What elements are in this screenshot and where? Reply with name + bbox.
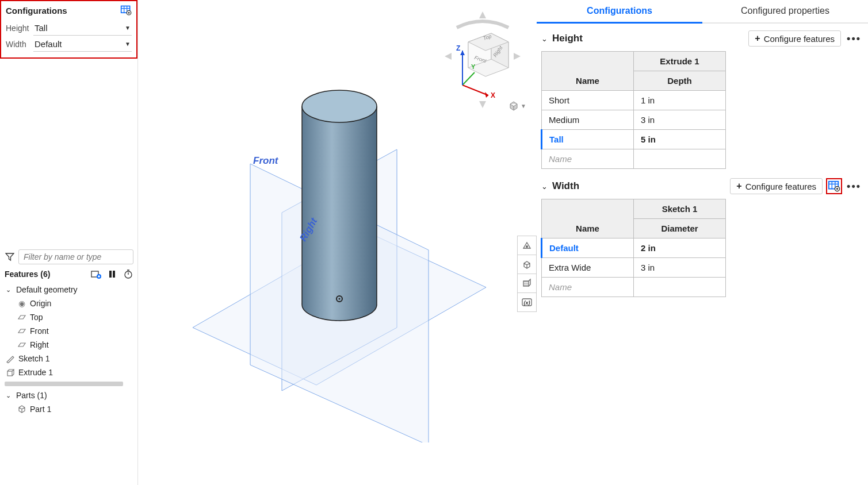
- feature-scroll-indicator[interactable]: [5, 382, 123, 386]
- col-sub-diameter: Diameter: [634, 219, 726, 238]
- svg-marker-23: [479, 101, 486, 108]
- col-sub-depth: Depth: [634, 71, 726, 91]
- configure-features-button[interactable]: + Configure features: [730, 178, 823, 194]
- tree-extrude1[interactable]: Extrude 1: [5, 365, 133, 379]
- height-config-dropdown[interactable]: Tall ▼: [33, 21, 132, 36]
- width-section-title: Width: [552, 180, 579, 192]
- features-panel: Features (6) ⌄ Default geometry ◉ Origin…: [0, 247, 138, 418]
- tree-part1[interactable]: Part 1: [5, 402, 133, 416]
- toolbar-appearance-icon[interactable]: [517, 236, 537, 255]
- svg-marker-39: [460, 51, 465, 55]
- viewport-right-toolbar: (x): [517, 236, 537, 311]
- feature-filter-input[interactable]: [18, 249, 133, 264]
- width-config-section: ⌄ Width + Configure features ••• Name Sk…: [537, 175, 868, 297]
- add-feature-icon[interactable]: [91, 269, 101, 279]
- svg-text:X: X: [491, 91, 495, 99]
- chevron-down-icon: ▼: [125, 25, 131, 31]
- tab-configured-properties[interactable]: Configured properties: [702, 0, 868, 22]
- width-config-table: Name Sketch 1 Diameter Default2 in Extra…: [541, 199, 726, 297]
- chevron-down-icon[interactable]: ⌄: [541, 182, 548, 191]
- chevron-down-icon[interactable]: ⌄: [541, 34, 548, 43]
- configurations-panel: Configurations Configured properties ⌄ H…: [537, 0, 868, 485]
- table-row-new[interactable]: Name: [542, 149, 726, 169]
- tab-configurations[interactable]: Configurations: [537, 0, 702, 24]
- svg-point-50: [836, 188, 838, 190]
- svg-line-36: [462, 72, 475, 85]
- table-row[interactable]: Medium3 in: [542, 110, 726, 130]
- sketch-icon: [6, 354, 15, 363]
- configuration-visibility-icon[interactable]: [120, 5, 132, 16]
- extrude-icon: [6, 368, 15, 377]
- svg-marker-22: [479, 11, 486, 18]
- toolbar-isometric-icon[interactable]: [517, 255, 537, 274]
- tree-front-plane[interactable]: Front: [5, 324, 133, 338]
- col-name: Name: [542, 199, 634, 238]
- chevron-down-icon: ▼: [125, 41, 131, 47]
- height-config-section: ⌄ Height + Configure features ••• Name E…: [537, 27, 868, 169]
- filter-icon[interactable]: [5, 252, 15, 261]
- left-panel: Configurations Height Tall ▼ Width Defau…: [0, 0, 138, 485]
- plane-icon: [17, 340, 26, 349]
- chevron-down-icon: ⌄: [6, 286, 13, 294]
- svg-text:Z: Z: [456, 44, 460, 52]
- svg-rect-16: [302, 106, 377, 305]
- features-header: Features (6): [5, 270, 50, 279]
- origin-icon: ◉: [17, 299, 26, 308]
- svg-point-41: [526, 245, 528, 248]
- tree-sketch1[interactable]: Sketch 1: [5, 352, 133, 365]
- view-cube[interactable]: Top Front Right X Y Z: [437, 10, 529, 108]
- width-config-label: Width: [6, 40, 33, 49]
- table-row[interactable]: Short1 in: [542, 91, 726, 110]
- configure-features-button[interactable]: + Configure features: [748, 30, 841, 47]
- svg-line-33: [462, 85, 488, 95]
- svg-text:(x): (x): [524, 300, 530, 306]
- col-group-sketch1: Sketch 1: [634, 199, 726, 219]
- tree-top-plane[interactable]: Top: [5, 310, 133, 324]
- configurations-inset-panel: Configurations Height Tall ▼ Width Defau…: [0, 0, 137, 59]
- svg-rect-11: [7, 371, 12, 376]
- toolbar-variable-icon[interactable]: (x): [517, 292, 537, 312]
- tree-default-geometry[interactable]: ⌄ Default geometry: [5, 283, 133, 297]
- svg-point-5: [128, 12, 130, 14]
- svg-text:Y: Y: [471, 63, 476, 70]
- height-config-table: Name Extrude 1 Depth Short1 in Medium3 i…: [541, 51, 726, 169]
- col-name: Name: [542, 52, 634, 91]
- tree-parts-header[interactable]: ⌄ Parts (1): [5, 388, 133, 402]
- stopwatch-icon[interactable]: [123, 269, 133, 279]
- height-config-label: Height: [6, 24, 33, 33]
- toolbar-section-icon[interactable]: [517, 274, 537, 293]
- tree-origin[interactable]: ◉ Origin: [5, 297, 133, 310]
- height-section-title: Height: [552, 33, 583, 44]
- display-style-dropdown[interactable]: ▼: [508, 100, 526, 111]
- svg-point-21: [339, 298, 341, 300]
- table-row-active[interactable]: Default2 in: [542, 238, 726, 258]
- svg-rect-9: [113, 271, 115, 278]
- front-plane-label: Front: [253, 155, 278, 167]
- more-menu-icon[interactable]: •••: [844, 180, 863, 193]
- col-group-extrude1: Extrude 1: [634, 52, 726, 71]
- more-menu-icon[interactable]: •••: [844, 33, 863, 45]
- svg-marker-25: [514, 53, 521, 60]
- part-icon: [17, 405, 26, 414]
- configurations-title: Configurations: [6, 6, 67, 16]
- plane-icon: [17, 313, 26, 322]
- svg-marker-24: [445, 53, 452, 60]
- configuration-visibility-icon-highlighted[interactable]: [826, 178, 842, 194]
- tree-right-plane[interactable]: Right: [5, 338, 133, 352]
- svg-point-19: [302, 90, 377, 122]
- table-row-new[interactable]: Name: [542, 278, 726, 297]
- table-row-active[interactable]: Tall5 in: [542, 130, 726, 149]
- table-row[interactable]: Extra Wide3 in: [542, 258, 726, 278]
- model-canvas[interactable]: Front Right: [167, 69, 512, 442]
- pause-icon[interactable]: [107, 269, 117, 279]
- svg-rect-8: [109, 271, 112, 278]
- plane-icon: [17, 326, 26, 336]
- width-config-dropdown[interactable]: Default ▼: [33, 37, 132, 52]
- chevron-down-icon: ⌄: [6, 392, 13, 399]
